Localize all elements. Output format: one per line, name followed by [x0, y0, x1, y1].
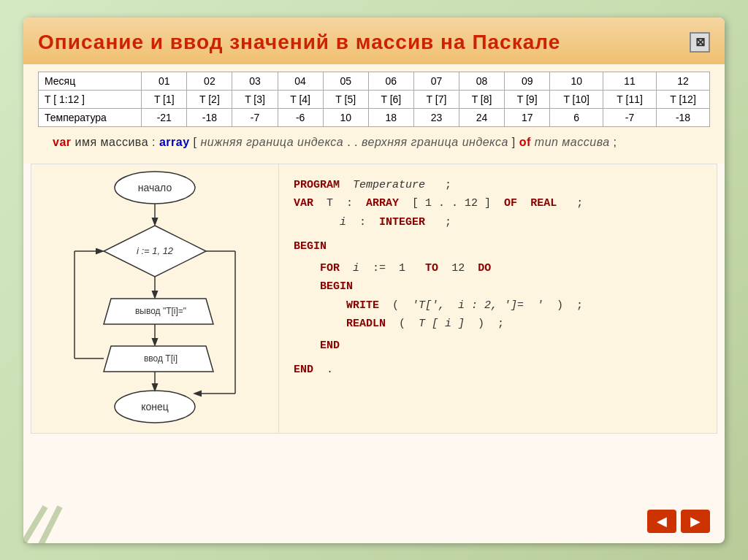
table-cell: 01	[142, 72, 187, 90]
table-cell: 10	[323, 108, 368, 126]
syntax-type: тип массива	[535, 136, 610, 148]
forward-button[interactable]: ▶	[681, 510, 710, 533]
table-cell: T [2]	[187, 90, 232, 108]
svg-text:вывод  "T[i]=": вывод "T[i]="	[135, 306, 186, 316]
keyword-array: array	[159, 136, 190, 148]
syntax-dots: . .	[347, 136, 362, 148]
table-cell: 18	[368, 108, 413, 126]
back-button[interactable]: ◀	[647, 510, 676, 533]
table-cell: Температура	[39, 108, 142, 126]
table-cell: 07	[413, 72, 459, 90]
table-cell: T [9]	[505, 90, 550, 108]
main-content: начало i := 1, 12 вывод "T[i]=" ввод T[i…	[23, 164, 725, 441]
table-cell: -6	[278, 108, 323, 126]
table-cell: T [ 1:12 ]	[39, 90, 142, 108]
table-row-temp: Температура -21 -18 -7 -6 10 18 23 24 17…	[39, 108, 710, 126]
slide-title: Описание и ввод значений в массив на Пас…	[38, 31, 560, 54]
code-line-5: FOR i := 1 TO 12 DO	[294, 259, 702, 278]
syntax-semicolon: ;	[613, 136, 617, 148]
slide-header: Описание и ввод значений в массив на Пас…	[23, 18, 725, 64]
code-line-10: END .	[294, 361, 702, 380]
syntax-upper: верхняя граница индекса	[362, 136, 508, 148]
deco-stripes	[23, 499, 82, 543]
table-cell: T [10]	[550, 90, 603, 108]
table-cell: 05	[323, 72, 368, 90]
table-cell: 17	[505, 108, 550, 126]
close-button[interactable]: ⊠	[690, 32, 710, 53]
syntax-colon: :	[152, 136, 159, 148]
slide-container: Описание и ввод значений в массив на Пас…	[23, 18, 725, 543]
table-cell: T [3]	[232, 90, 278, 108]
code-line-8: READLN ( T [ i ] ) ;	[294, 315, 702, 334]
table-cell: Месяц	[39, 72, 142, 90]
code-line-4: BEGIN	[294, 237, 702, 256]
svg-text:конец: конец	[141, 401, 169, 413]
table-cell: 06	[368, 72, 413, 90]
table-row-array: T [ 1:12 ] T [1] T [2] T [3] T [4] T [5]…	[39, 90, 710, 108]
table-cell: T [5]	[323, 90, 368, 108]
flowchart-svg: начало i := 1, 12 вывод "T[i]=" ввод T[i…	[45, 167, 264, 430]
table-cell: 6	[550, 108, 603, 126]
syntax-line: var имя массива : array [ нижняя граница…	[53, 136, 710, 149]
svg-text:i := 1, 12: i := 1, 12	[137, 245, 174, 256]
table-cell: -18	[657, 108, 710, 126]
code-line-9: END	[294, 337, 702, 356]
table-cell: T [1]	[142, 90, 187, 108]
nav-buttons: ◀ ▶	[647, 510, 710, 533]
svg-text:ввод   T[i]: ввод T[i]	[144, 353, 178, 364]
code-line-7: WRITE ( 'T[', i : 2, ']= ' ) ;	[294, 296, 702, 315]
table-cell: 24	[459, 108, 505, 126]
table-cell: -7	[232, 108, 278, 126]
keyword-of: of	[519, 136, 531, 148]
table-cell: T [11]	[603, 90, 657, 108]
table-cell: -18	[187, 108, 232, 126]
syntax-bracket-close: ]	[512, 136, 519, 148]
code-area: PROGRAM Temperature ; VAR T : ARRAY [ 1 …	[279, 164, 717, 434]
table-cell: T [7]	[413, 90, 459, 108]
code-line-2: VAR T : ARRAY [ 1 . . 12 ] OF REAL ;	[294, 194, 702, 213]
table-row-header: Месяц 01 02 03 04 05 06 07 08 09 10 11 1…	[39, 72, 710, 90]
table-cell: 04	[278, 72, 323, 90]
table-cell: T [4]	[278, 90, 323, 108]
flowchart-area: начало i := 1, 12 вывод "T[i]=" ввод T[i…	[31, 164, 279, 434]
table-cell: 09	[505, 72, 550, 90]
table-cell: 03	[232, 72, 278, 90]
code-line-3: i : INTEGER ;	[294, 213, 702, 232]
table-cell: 12	[657, 72, 710, 90]
svg-text:начало: начало	[138, 182, 172, 193]
table-cell: T [8]	[459, 90, 505, 108]
table-cell: 11	[603, 72, 657, 90]
table-cell: -7	[603, 108, 657, 126]
code-line-1: PROGRAM Temperature ;	[294, 176, 702, 195]
table-cell: -21	[142, 108, 187, 126]
table-cell: 02	[187, 72, 232, 90]
syntax-lower: нижняя граница индекса	[200, 136, 343, 148]
syntax-bracket: [	[194, 136, 201, 148]
table-cell: 08	[459, 72, 505, 90]
table-cell: T [12]	[657, 90, 710, 108]
code-line-6: BEGIN	[294, 277, 702, 296]
slide-body: Месяц 01 02 03 04 05 06 07 08 09 10 11 1…	[23, 64, 725, 164]
table-cell: T [6]	[368, 90, 413, 108]
table-cell: 10	[550, 72, 603, 90]
keyword-var: var	[53, 136, 72, 148]
syntax-text: имя массива	[75, 136, 152, 148]
data-table: Месяц 01 02 03 04 05 06 07 08 09 10 11 1…	[38, 72, 710, 127]
table-cell: 23	[413, 108, 459, 126]
